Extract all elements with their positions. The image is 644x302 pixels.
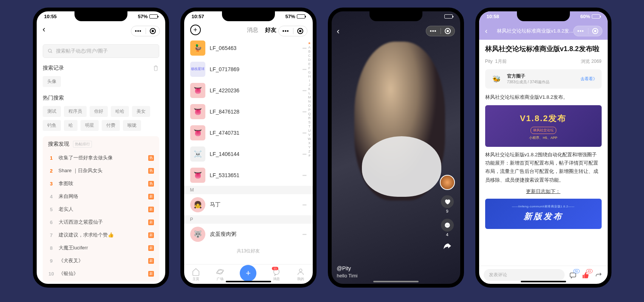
more-icon[interactable]: ••• [135, 28, 142, 34]
search-tag[interactable]: 付费 [102, 120, 120, 131]
index-letter[interactable]: O [308, 104, 311, 107]
index-letter[interactable]: C [308, 54, 311, 58]
friend-more-icon[interactable]: ••• [303, 67, 307, 72]
nav-me[interactable]: 我的 [296, 268, 305, 282]
index-letter[interactable]: V [308, 133, 310, 137]
close-target-icon[interactable] [592, 28, 598, 34]
tab-friends[interactable]: 好友 [265, 26, 276, 34]
discover-item[interactable]: 1收集了一些好拿去做头像热 [48, 151, 154, 164]
index-letter[interactable]: E [308, 62, 310, 66]
friend-item[interactable]: 👅LF_5313651••• [184, 165, 313, 186]
index-letter[interactable]: A [308, 45, 310, 49]
circle-link[interactable]: 去看看》 [580, 76, 597, 82]
tab-messages[interactable]: 消息 [247, 26, 258, 34]
index-letter[interactable]: # [309, 154, 310, 157]
more-icon[interactable]: ••• [577, 28, 584, 34]
friend-item[interactable]: 🐺皮蛋瘦肉粥••• [184, 224, 313, 245]
index-letter[interactable]: L [309, 91, 310, 95]
friend-item[interactable]: 杨枝星球LF_0717869••• [184, 59, 313, 80]
index-letter[interactable]: X [308, 141, 310, 145]
search-tag[interactable]: 明星 [81, 120, 99, 131]
video-author[interactable]: @Pity [337, 265, 358, 271]
share-button[interactable] [442, 242, 452, 254]
index-letter[interactable]: T [309, 125, 311, 128]
index-letter[interactable]: I [309, 79, 310, 83]
discover-item[interactable]: 7建议建议，求求给个赞👍新 [48, 229, 154, 241]
discover-item[interactable]: 3拿图吱热 [48, 177, 154, 190]
trash-icon[interactable] [152, 65, 159, 72]
friend-item[interactable]: 👅LF_4220236••• [184, 80, 313, 101]
miniprogram-capsule[interactable]: ••• [573, 26, 602, 36]
search-tag[interactable]: 钓鱼 [43, 120, 61, 131]
close-target-icon[interactable] [445, 28, 451, 34]
discover-item[interactable]: 8大魔王luciferr新 [48, 241, 154, 254]
index-letter[interactable]: S [308, 120, 310, 124]
nav-home[interactable]: 主页 [192, 268, 200, 282]
index-star[interactable]: ★ [308, 41, 311, 45]
search-tag[interactable]: 程序员 [64, 106, 87, 117]
author-name[interactable]: Pity [485, 59, 493, 64]
friend-item[interactable]: 👅LF_4740731••• [184, 122, 313, 143]
friend-more-icon[interactable]: ••• [303, 203, 307, 207]
miniprogram-capsule[interactable]: ••• [278, 26, 307, 36]
alphabet-index[interactable]: ★ABCDEFGHIJKLMNOPQRSTUVWXYZ# [308, 41, 311, 157]
more-icon[interactable]: ••• [430, 28, 437, 34]
comment-input[interactable]: 发表评论 [484, 269, 565, 281]
nav-square[interactable]: 广场 [216, 268, 224, 282]
like-button[interactable]: 49 [581, 271, 590, 280]
close-target-icon[interactable] [150, 28, 156, 34]
friend-list[interactable]: 🦆LF_065463•••杨枝星球LF_0717869•••👅LF_422023… [184, 37, 313, 264]
index-letter[interactable]: J [309, 83, 310, 87]
friend-item[interactable]: ☠️LF_1406144••• [184, 143, 313, 165]
comments-button[interactable]: 50 [568, 271, 577, 280]
circle-card[interactable]: 🐝 官方圈子 7383位成员 / 3745篇作品 去看看》 [485, 69, 602, 89]
search-tag[interactable]: 测试 [43, 106, 61, 117]
search-input[interactable]: 搜索帖子动态/用户/圈子 [43, 44, 159, 58]
index-letter[interactable]: P [308, 108, 310, 112]
search-tag[interactable]: 喉咙 [123, 120, 141, 131]
friend-item[interactable]: 🦆LF_065463••• [184, 37, 313, 59]
friend-more-icon[interactable]: ••• [303, 110, 307, 114]
index-letter[interactable]: W [308, 137, 311, 141]
like-button[interactable] [441, 195, 454, 208]
more-icon[interactable]: ••• [282, 28, 289, 34]
back-icon[interactable]: ‹ [337, 26, 340, 36]
comment-button[interactable] [441, 219, 454, 232]
discover-item[interactable]: 10《银仙》新 [48, 267, 154, 280]
index-letter[interactable]: K [308, 87, 310, 91]
search-tag[interactable]: 你好 [90, 106, 108, 117]
discover-item[interactable]: 9《犬夜叉》新 [48, 254, 154, 267]
friend-item[interactable]: 👅LF_8476128••• [184, 101, 313, 122]
discover-item[interactable]: 4来自网络新 [48, 190, 154, 203]
article-body[interactable]: 林风社交论坛标准商业版v1.8.2发布啦 Pity 1月前 浏览 2069 🐝 … [479, 40, 608, 266]
index-letter[interactable]: Q [308, 112, 311, 116]
discover-item[interactable]: 5老实人新 [48, 203, 154, 216]
nav-add-button[interactable]: + [240, 265, 256, 282]
friend-item[interactable]: 👧马丁••• [184, 194, 313, 215]
index-letter[interactable]: Y [308, 145, 310, 149]
friend-more-icon[interactable]: ••• [303, 46, 307, 50]
index-letter[interactable]: N [308, 100, 311, 103]
index-letter[interactable]: M [308, 95, 311, 99]
miniprogram-capsule[interactable]: ••• [131, 26, 160, 36]
discover-item[interactable]: 6大话西游之紫霞仙子新 [48, 216, 154, 229]
search-tag[interactable]: 美女 [132, 106, 150, 117]
friend-more-icon[interactable]: ••• [303, 131, 307, 135]
friend-more-icon[interactable]: ••• [303, 89, 307, 93]
friend-more-icon[interactable]: ••• [303, 152, 307, 156]
index-letter[interactable]: Z [309, 149, 311, 153]
index-letter[interactable]: D [308, 58, 311, 62]
search-tag[interactable]: 哈 [64, 120, 78, 131]
index-letter[interactable]: B [308, 50, 310, 53]
search-tag[interactable]: 头像 [43, 76, 61, 87]
discover-item[interactable]: 2Share ｜日杂风女头热 [48, 164, 154, 177]
index-letter[interactable]: R [308, 116, 311, 120]
add-button[interactable]: + [190, 25, 201, 35]
nav-messages[interactable]: 消息 11 [272, 268, 281, 282]
miniprogram-capsule[interactable]: ••• [426, 26, 455, 36]
index-letter[interactable]: G [308, 70, 311, 74]
close-target-icon[interactable] [297, 28, 303, 34]
index-letter[interactable]: H [308, 75, 311, 78]
back-icon[interactable]: ‹ [43, 25, 45, 34]
friend-more-icon[interactable]: ••• [303, 232, 307, 237]
